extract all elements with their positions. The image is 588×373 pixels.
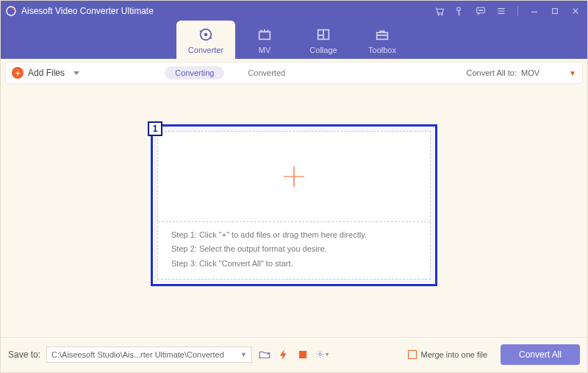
titlebar-actions <box>434 5 581 17</box>
save-path-value: C:\Aiseesoft Studio\Ais...rter Ultimate\… <box>51 350 224 359</box>
step-text: Step 3: Click "Convert All" to start. <box>171 257 417 271</box>
drop-target[interactable] <box>158 132 430 221</box>
add-files-button[interactable]: + Add Files <box>12 67 79 79</box>
hw-accel-icon[interactable] <box>277 348 290 361</box>
svg-rect-8 <box>553 8 558 13</box>
svg-point-1 <box>438 13 440 15</box>
format-value: MOV <box>521 68 539 77</box>
add-files-label: Add Files <box>28 68 65 78</box>
step-text: Step 1: Click "+" to add files or drag t… <box>171 228 417 243</box>
plus-icon: + <box>12 67 24 79</box>
convert-all-button[interactable]: Convert All <box>501 344 580 365</box>
minimize-icon[interactable] <box>528 5 540 17</box>
svg-rect-13 <box>377 32 388 39</box>
header: Converter MV Collage Toolbox <box>1 21 587 59</box>
toolbox-icon <box>374 26 390 43</box>
gpu-icon[interactable] <box>296 348 309 361</box>
checkbox-icon <box>408 350 417 359</box>
chevron-down-icon: ▼ <box>569 69 576 77</box>
svg-point-7 <box>481 10 482 10</box>
segment-converting[interactable]: Converting <box>165 66 224 79</box>
svg-point-6 <box>480 10 481 10</box>
step-badge: 1 <box>148 121 162 136</box>
chevron-down-icon <box>74 71 79 75</box>
collage-icon <box>315 26 331 43</box>
svg-point-10 <box>204 33 208 37</box>
drop-zone[interactable]: 1 Step 1: Click "+" to add files or drag… <box>151 124 437 337</box>
convert-all-to: Convert All to: MOV ▼ <box>467 68 576 77</box>
settings-icon[interactable]: ▾ <box>315 348 329 361</box>
svg-rect-14 <box>300 351 306 358</box>
plus-icon <box>279 162 309 191</box>
bottom-bar: Save to: C:\Aiseesoft Studio\Ais...rter … <box>1 337 587 371</box>
tab-mv[interactable]: MV <box>235 21 294 59</box>
titlebar: Aisesoft Video Converter Ultimate <box>1 1 587 21</box>
cart-icon[interactable] <box>434 5 445 17</box>
instructions: Step 1: Click "+" to add files or drag t… <box>158 221 430 279</box>
tab-collage[interactable]: Collage <box>294 21 353 59</box>
mv-icon <box>257 26 273 43</box>
main-tabs: Converter MV Collage Toolbox <box>176 21 412 59</box>
save-path-select[interactable]: C:\Aiseesoft Studio\Ais...rter Ultimate\… <box>46 347 252 363</box>
open-folder-icon[interactable] <box>258 348 271 361</box>
converter-icon <box>198 26 214 43</box>
convert-all-to-label: Convert All to: <box>467 68 517 77</box>
tab-converter[interactable]: Converter <box>176 21 235 59</box>
step-text: Step 2: Select the output format you des… <box>171 242 417 257</box>
merge-checkbox[interactable]: Merge into one file <box>408 350 488 359</box>
close-icon[interactable] <box>570 5 581 17</box>
chat-icon[interactable] <box>475 5 487 17</box>
maximize-icon[interactable] <box>549 5 561 17</box>
svg-point-2 <box>441 13 442 15</box>
chevron-down-icon: ▼ <box>240 351 247 358</box>
status-segment: Converting Converted <box>165 66 295 79</box>
segment-converted[interactable]: Converted <box>237 66 295 79</box>
merge-label: Merge into one file <box>421 350 488 359</box>
menu-icon[interactable] <box>495 5 507 17</box>
tab-toolbox[interactable]: Toolbox <box>353 21 412 59</box>
app-title: Aisesoft Video Converter Ultimate <box>21 6 154 16</box>
toolbar: + Add Files Converting Converted Convert… <box>5 62 583 84</box>
main-area: 1 Step 1: Click "+" to add files or drag… <box>1 84 587 337</box>
app-logo-icon <box>5 5 17 17</box>
tab-label: MV <box>259 46 271 54</box>
tab-label: Collage <box>309 46 337 54</box>
format-select[interactable]: MOV ▼ <box>521 68 576 77</box>
key-icon[interactable] <box>454 5 466 17</box>
svg-point-3 <box>457 7 461 11</box>
svg-rect-11 <box>259 32 270 39</box>
tab-label: Toolbox <box>368 46 396 54</box>
tab-label: Converter <box>188 46 223 54</box>
save-to-label: Save to: <box>8 349 40 360</box>
svg-point-5 <box>478 10 479 10</box>
svg-point-15 <box>319 353 321 355</box>
